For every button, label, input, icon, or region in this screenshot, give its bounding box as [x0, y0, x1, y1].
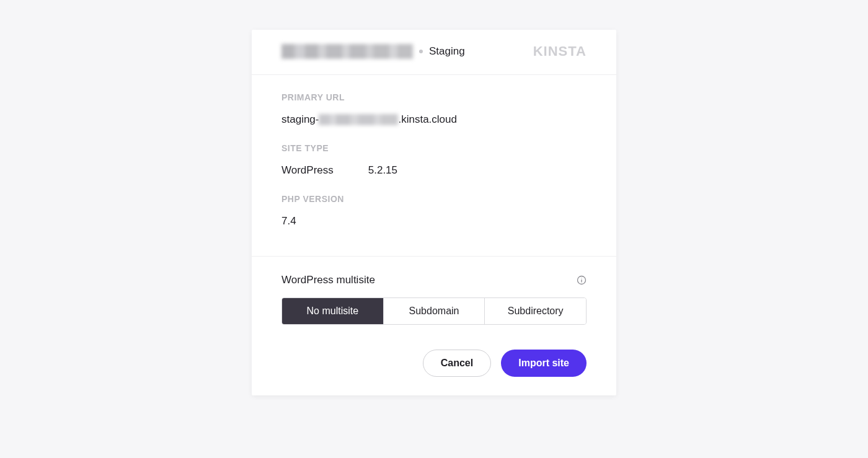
segment-subdirectory[interactable]: Subdirectory — [485, 298, 586, 324]
site-type-name: WordPress — [281, 164, 334, 177]
card-lower: WordPress multisite No multisite Subdoma… — [252, 257, 616, 395]
svg-point-2 — [581, 278, 582, 278]
cancel-button[interactable]: Cancel — [423, 350, 491, 377]
primary-url-suffix: .kinsta.cloud — [398, 113, 457, 126]
php-version-value: 7.4 — [281, 215, 587, 227]
info-icon[interactable] — [577, 275, 587, 285]
primary-url-redacted — [319, 114, 398, 125]
site-type-label: SITE TYPE — [281, 143, 587, 153]
primary-url-label: PRIMARY URL — [281, 92, 587, 102]
primary-url-value: staging-.kinsta.cloud — [281, 113, 587, 126]
segment-subdomain[interactable]: Subdomain — [384, 298, 485, 324]
card-header: Staging KINSTA — [252, 30, 616, 74]
site-type-version: 5.2.15 — [368, 164, 397, 177]
multisite-segmented-control: No multisite Subdomain Subdirectory — [281, 297, 587, 325]
segment-no-multisite[interactable]: No multisite — [282, 298, 384, 324]
card-body: PRIMARY URL staging-.kinsta.cloud SITE T… — [252, 75, 616, 256]
site-type-value: WordPress 5.2.15 — [281, 164, 587, 177]
php-version-label: PHP VERSION — [281, 194, 587, 204]
primary-url-prefix: staging- — [281, 113, 319, 126]
import-site-button[interactable]: Import site — [501, 350, 587, 377]
multisite-header: WordPress multisite — [281, 274, 587, 286]
kinsta-logo: KINSTA — [533, 43, 587, 59]
import-site-card: Staging KINSTA PRIMARY URL staging-.kins… — [252, 30, 616, 395]
environment-label: Staging — [429, 45, 465, 58]
site-name-redacted — [281, 44, 413, 59]
multisite-label: WordPress multisite — [281, 274, 375, 286]
header-left: Staging — [281, 44, 465, 59]
separator-dot — [419, 50, 423, 53]
footer-actions: Cancel Import site — [281, 350, 587, 377]
